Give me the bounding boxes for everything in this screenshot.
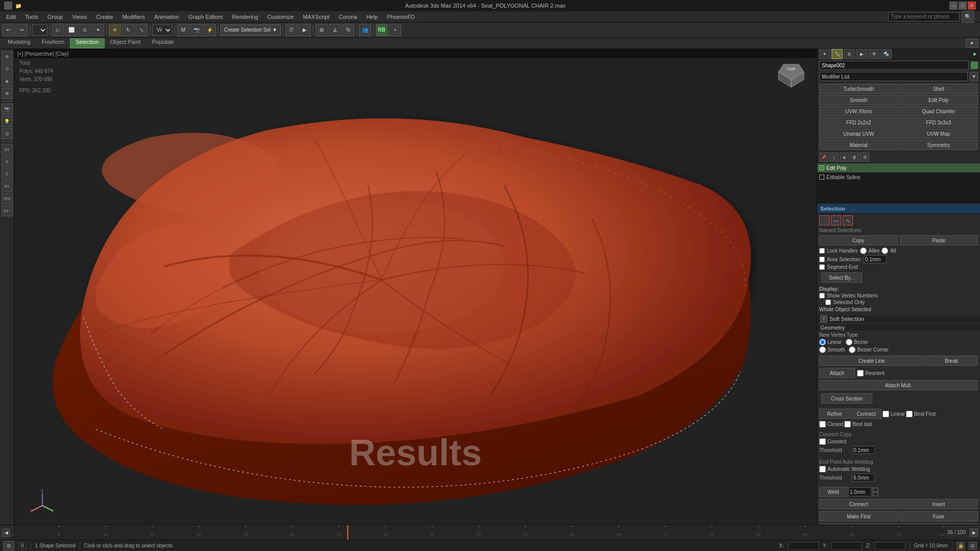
menu-rendering[interactable]: Rendering [228,13,262,21]
unwrap-uvw-btn[interactable]: Unwrap UVW [819,129,898,139]
panel-icon-display[interactable]: 👁 [868,49,879,59]
selected-only-checkbox[interactable] [825,299,831,305]
tab-modeling[interactable]: Modeling [2,38,36,48]
uvw-map-btn[interactable]: UVW Map [899,129,978,139]
select-region-btn[interactable]: ⬜ [65,24,78,36]
reorient-checkbox[interactable] [857,370,864,377]
sb-y-input[interactable] [831,542,862,550]
alike-radio[interactable] [860,247,867,254]
ms-show-btn[interactable]: | [829,153,839,162]
bind-last-checkbox[interactable] [844,421,851,428]
panel-icon-motion[interactable]: ▶ [856,49,867,59]
uvw-xform-btn[interactable]: UVW Xform [819,106,898,116]
connect-btn[interactable]: Connect [851,409,881,419]
panel-icon-create[interactable]: ✦ [819,49,830,59]
menu-maxscript[interactable]: MAXScript [299,13,334,21]
rb-btn[interactable]: RB [376,24,388,36]
plus-btn[interactable]: + [389,24,401,36]
break-btn[interactable]: Break [925,356,978,366]
attach-btn[interactable]: Attach [819,368,855,378]
render-btn[interactable]: 📷 [190,24,203,36]
angle-snap-btn[interactable]: ∡ [329,24,341,36]
menu-views[interactable]: Views [68,13,91,21]
create-line-btn[interactable]: Create Line [819,356,924,366]
lock-handles-checkbox[interactable] [819,248,825,254]
lt-tool4-btn[interactable]: ⊕ [2,88,13,99]
area-selection-checkbox[interactable] [819,257,825,262]
paste-selection-btn[interactable]: Paste [900,235,978,245]
segment-end-checkbox[interactable] [819,264,825,270]
tab-object-paint[interactable]: Object Paint [105,38,146,48]
create-selection-btn[interactable]: Create Selection Sel ▼ [220,24,281,36]
smooth-btn[interactable]: Smooth [819,95,898,105]
menu-animation[interactable]: Animation [150,13,183,21]
closed-checkbox[interactable] [819,421,826,428]
weld-up-btn[interactable]: ▲ [872,487,878,492]
percent-snap-btn[interactable]: % [342,24,354,36]
shape-color-box[interactable] [971,62,978,69]
quad-chamfer-btn[interactable]: Quad Chamfer [899,106,978,116]
redo-button[interactable]: ↪ [15,24,28,36]
timeline-bar[interactable]: 0 5 10 15 20 25 30 35 40 45 [12,525,945,540]
minimize-button[interactable]: ─ [949,2,958,10]
rotate-btn[interactable]: ↻ [122,24,134,36]
tab-populate[interactable]: Populate [146,38,179,48]
lt-xy-btn[interactable]: XY [2,144,13,155]
stack-item-edit-poly[interactable]: Edit Poly [817,163,980,172]
weld-btn[interactable]: Weld [819,487,847,497]
menu-corona[interactable]: Corona [335,13,361,21]
soft-sel-expand-btn[interactable]: + [820,315,827,322]
create-sel-dropdown-icon[interactable]: ▼ [272,27,277,33]
sel-spline-btn[interactable]: ∿ [843,215,853,226]
conn-threshold-input[interactable] [852,446,875,454]
cycle-btn[interactable]: Cycle [899,523,978,524]
menu-graph-editors[interactable]: Graph Editors [184,13,227,21]
weld-value-input[interactable] [848,487,871,496]
copy-selection-btn[interactable]: Copy [819,235,898,245]
material-editor-btn[interactable]: M [177,24,189,36]
linear-checkbox[interactable] [883,411,889,417]
panel-icon-utilities[interactable]: 🔩 [880,49,892,59]
sb-lock-btn[interactable]: 🔒 [957,542,965,550]
bind-first-checkbox[interactable] [906,411,913,417]
maximize-button[interactable]: □ [959,2,967,10]
sb-z-input[interactable] [875,542,905,550]
play-btn[interactable]: ▶ [299,24,311,36]
lt-tool3-btn[interactable]: ◈ [2,76,13,87]
populate-btn[interactable]: 👥 [359,24,371,36]
panel-icon-modify[interactable]: 🔧 [831,49,843,59]
reverse-btn[interactable]: Reverse [819,523,898,524]
stack-item-editable-spline[interactable]: Editable Spline [817,172,980,182]
tab-freeform[interactable]: Freeform [36,38,70,48]
filter-dropdown[interactable]: All [32,24,47,36]
menu-modifiers[interactable]: Modifiers [118,13,149,21]
refine-btn[interactable]: Refine [819,409,850,419]
geometry-header[interactable]: Geometry [817,324,980,331]
lt-helper-btn[interactable]: ◎ [2,128,13,139]
modifier-list-input[interactable] [819,72,968,81]
ms-select-btn[interactable]: ◈ [840,153,849,162]
sel-segment-btn[interactable]: — [831,215,841,226]
connect-copy-checkbox[interactable] [819,438,826,445]
soft-selection-header[interactable]: + Soft Selection [817,315,980,322]
timeline-next-btn[interactable]: ▶ [970,529,978,537]
fuse-btn[interactable]: Fuse [899,511,978,521]
quick-render-btn[interactable]: ⚡ [204,24,216,36]
show-vertex-checkbox[interactable] [819,293,825,298]
lasso-btn[interactable]: ⊙ [79,24,91,36]
menu-edit[interactable]: Edit [2,13,20,21]
insert-btn[interactable]: Insert [899,499,978,509]
timeline-prev-btn[interactable]: ◀ [2,529,10,537]
turbosmooth-btn[interactable]: TurboSmooth [819,84,898,94]
search-button[interactable]: 🔍 [962,11,974,23]
sb-x-input[interactable] [788,542,819,550]
sb-grid-snap-btn[interactable]: ⊞ [969,542,977,550]
lt-camera-btn[interactable]: 📷 [2,104,13,115]
shape-name-input[interactable] [819,61,969,70]
edit-poly-btn[interactable]: Edit Poly [899,95,978,105]
move-btn[interactable]: ✛ [109,24,121,36]
weld-down-btn[interactable]: ▼ [872,492,878,496]
sel-vertex-btn[interactable]: · [819,215,829,226]
lt-tool2-btn[interactable]: ⊙ [2,63,13,74]
view-dropdown[interactable]: View [152,24,173,36]
